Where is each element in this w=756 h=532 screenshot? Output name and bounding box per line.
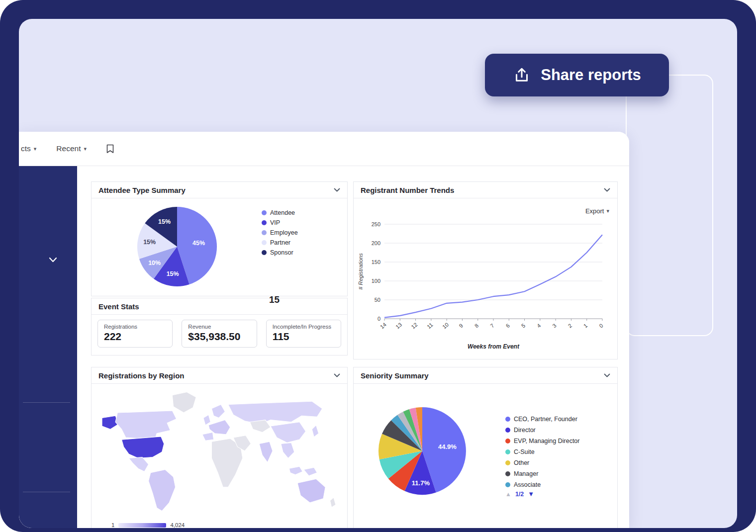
share-reports-label: Share reports [541,66,641,84]
svg-text:7: 7 [489,322,495,329]
svg-text:12: 12 [410,321,418,330]
legend-page-down-icon[interactable]: ▼ [528,490,534,498]
share-reports-button[interactable]: Share reports [485,54,669,96]
svg-text:9: 9 [458,322,464,329]
card-title: Attendee Type Summary [98,186,186,194]
card-registrant-number-trends: Registrant Number Trends Export ▾ 050100… [353,181,618,359]
legend-item: Director [505,427,579,434]
legend-item: Partner [262,239,298,246]
legend-label: EVP, Managing Director [514,438,579,444]
svg-text:10%: 10% [148,260,161,266]
svg-text:50: 50 [375,297,380,303]
svg-text:Weeks from Event: Weeks from Event [468,343,520,350]
legend-color-dot [505,471,510,476]
card-header: Registrations by Region [92,367,347,384]
stat-value: $35,938.50 [188,331,250,343]
export-label: Export [585,207,604,215]
attendee-pie-chart: 45%15%10%15%15% [135,204,219,291]
chevron-down-icon[interactable] [604,188,610,192]
toolbar-recent-label: Recent [56,144,81,153]
legend-label: Associate [514,481,541,488]
legend-label: Other [514,459,529,466]
legend-color-dot [505,460,510,465]
scale-max-label: 4,024 [170,522,185,528]
share-upload-icon [513,66,531,84]
export-dropdown[interactable]: Export ▾ [585,207,609,215]
legend-label: CEO, Partner, Founder [514,416,577,423]
registrations-line-chart: 05010015020025014131211109876543210Weeks… [357,217,610,355]
toolbar-recent-dropdown[interactable]: Recent ▾ [56,144,87,153]
svg-text:# Registrations: # Registrations [358,253,364,290]
dashboard-content: 15 Attendee Type Summary 45%15%10%15%15%… [77,166,629,528]
toolbar-crumb-truncated[interactable]: cts ▾ [21,144,36,153]
svg-text:100: 100 [372,278,380,284]
scale-min-label: 1 [111,522,114,528]
legend-color-dot [262,220,267,225]
chevron-down-icon[interactable] [604,373,610,377]
sidebar-chevron-down-icon[interactable] [49,256,57,265]
svg-text:6: 6 [505,322,511,329]
card-registrations-by-region: Registrations by Region [91,367,348,528]
svg-text:0: 0 [598,322,604,329]
legend-page-up-icon[interactable]: ▲ [505,491,511,498]
card-header: Registrant Number Trends [354,182,617,198]
app-canvas: Share reports cts ▾ Recent ▾ [19,19,737,528]
chevron-down-icon[interactable] [334,373,340,377]
chevron-down-icon[interactable] [334,188,340,192]
legend-color-dot [505,439,510,443]
marketing-frame: Share reports cts ▾ Recent ▾ [0,0,756,532]
app-window: cts ▾ Recent ▾ [19,132,629,528]
stat-incomplete: Incomplete/In Progress 115 [266,320,341,348]
legend-item: Sponsor [262,249,298,256]
legend-label: Manager [514,470,538,477]
legend-label: Director [514,427,536,434]
svg-text:15%: 15% [167,270,179,277]
stat-registrations: Registrations 222 [97,320,173,348]
bookmark-icon[interactable] [106,144,114,154]
decorative-outline-panel [626,75,713,336]
stat-value: 222 [104,331,166,343]
seniority-pie-chart: 44.9%11.7% [376,405,469,499]
legend-item: Other [505,459,579,466]
legend-item: EVP, Managing Director [505,438,579,444]
sidebar-divider [23,402,70,403]
legend-item: CEO, Partner, Founder [505,416,579,423]
svg-text:8: 8 [473,322,479,329]
svg-text:250: 250 [372,221,380,227]
card-attendee-type-summary: Attendee Type Summary 45%15%10%15%15% At… [91,181,348,296]
caret-down-icon: ▾ [84,146,87,152]
card-header: Seniority Summary [354,367,617,384]
svg-text:11: 11 [426,322,434,330]
svg-text:44.9%: 44.9% [438,443,457,450]
card-seniority-summary: Seniority Summary 44.9%11.7% CEO, Partne… [353,367,618,528]
caret-down-icon: ▾ [606,208,609,214]
stat-label: Revenue [188,324,250,330]
svg-text:4: 4 [536,322,542,329]
card-title: Registrant Number Trends [361,186,454,194]
svg-text:15%: 15% [158,218,171,225]
svg-text:1: 1 [582,322,588,329]
svg-text:15%: 15% [143,239,156,246]
legend-label: Partner [270,239,290,246]
svg-text:3: 3 [551,322,557,329]
svg-text:200: 200 [372,240,380,246]
stat-value: 115 [273,331,335,343]
app-body: 15 Attendee Type Summary 45%15%10%15%15%… [19,166,629,528]
svg-text:5: 5 [520,322,526,329]
legend-label: Sponsor [270,249,293,256]
map-color-scale: 1 4,024 [111,522,185,528]
legend-color-dot [262,240,267,245]
svg-text:13: 13 [394,321,403,330]
legend-item: Attendee [262,209,298,216]
card-event-stats: Event Stats Registrations 222 Revenue $3… [91,298,348,355]
sidebar-divider [23,492,70,492]
svg-text:10: 10 [441,321,450,330]
legend-color-dot [505,428,510,433]
card-body: 44.9%11.7% CEO, Partner, FounderDirector… [354,384,617,528]
legend-label: C-Suite [514,448,535,455]
svg-text:150: 150 [372,259,380,265]
card-body: 1 4,024 [92,384,347,528]
card-title: Registrations by Region [98,371,185,380]
legend-color-dot [505,449,510,454]
legend-color-dot [262,250,267,255]
